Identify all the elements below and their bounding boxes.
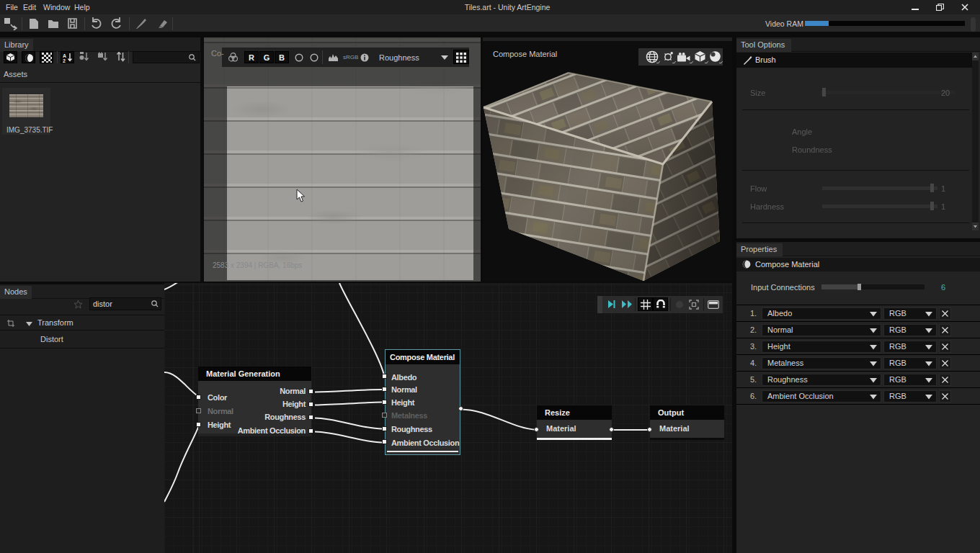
- svg-text:2: 2: [63, 58, 66, 63]
- svg-text:A: A: [63, 53, 66, 58]
